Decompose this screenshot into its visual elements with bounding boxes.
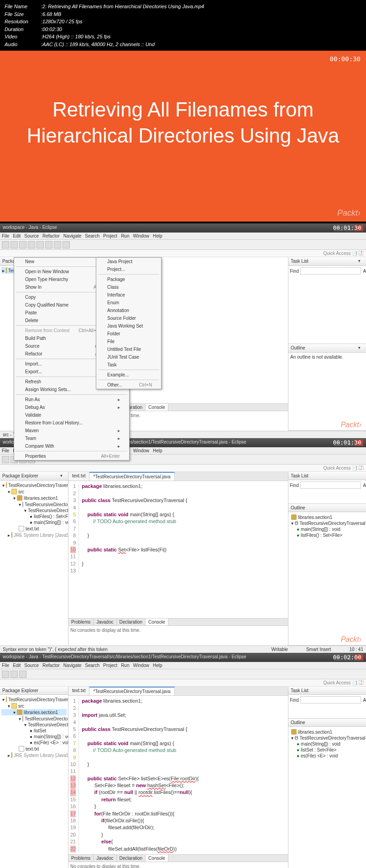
menu-item[interactable]: Annotation bbox=[96, 307, 161, 314]
tree-class[interactable]: ▾TestRecursiveDirectoryTraversal bbox=[1, 722, 67, 728]
console-tab[interactable]: Console bbox=[146, 619, 168, 625]
tree-package[interactable]: ▾libraries.section1 bbox=[1, 495, 67, 501]
menu-refactor[interactable]: Refactor bbox=[42, 663, 60, 668]
package-explorer-tab[interactable]: Package Explorer▾ bbox=[0, 472, 68, 481]
menu-item[interactable]: Folder bbox=[96, 330, 161, 338]
new-submenu[interactable]: Java ProjectProject...PackageClassInterf… bbox=[96, 257, 162, 389]
menu-file[interactable]: File bbox=[2, 448, 9, 453]
menu-item[interactable]: Java Project bbox=[96, 258, 161, 265]
tasklist-tab[interactable]: Task List▾ bbox=[288, 257, 366, 266]
quick-access-label[interactable]: Quick Access bbox=[323, 466, 350, 471]
editor-tab-java[interactable]: *TestRecursiveDirectoryTraversal.java bbox=[89, 687, 174, 695]
tree-java-file[interactable]: ▾TestRecursiveDirectoryTraversal.ja bbox=[1, 715, 67, 722]
tasklist-tab[interactable]: Task List bbox=[288, 687, 366, 695]
code-editor[interactable]: 12345678910111213141516171819202122 pack… bbox=[68, 696, 288, 854]
toolbar-icon[interactable] bbox=[45, 241, 52, 249]
window-titlebar[interactable]: workspace - Java - TestRecursiveDirector… bbox=[0, 653, 366, 662]
menu-item[interactable]: JUnit Test Case bbox=[96, 353, 161, 361]
tree-method[interactable]: ●listFiles() : Set<File> bbox=[1, 513, 67, 519]
toolbar-icon[interactable] bbox=[19, 671, 26, 678]
find-input[interactable] bbox=[300, 267, 361, 275]
console-tab[interactable]: Console bbox=[146, 404, 168, 411]
menu-item[interactable]: Compare With▸ bbox=[14, 442, 129, 450]
tree-java-file[interactable]: ▾TestRecursiveDirectoryTraversal.ja bbox=[1, 501, 67, 508]
tree-jre[interactable]: ▸JRE System Library [JavaSE-1.8] bbox=[1, 532, 67, 538]
problems-tab[interactable]: Problems bbox=[68, 619, 94, 625]
menu-search[interactable]: Search bbox=[85, 663, 99, 668]
toolbar-icon[interactable] bbox=[63, 241, 70, 249]
toolbar-icon[interactable] bbox=[10, 671, 18, 678]
menu-item[interactable]: Debug As▸ bbox=[14, 403, 129, 411]
outline-tab[interactable]: Outline bbox=[288, 504, 366, 512]
editor-tab-text[interactable]: text.txt bbox=[68, 472, 89, 481]
menu-item[interactable]: Task bbox=[96, 361, 161, 369]
menu-item[interactable]: Java Working Set bbox=[96, 322, 161, 330]
menu-run[interactable]: Run bbox=[121, 663, 129, 668]
console-tab[interactable]: Console bbox=[146, 855, 168, 862]
menu-item[interactable]: Run As▸ bbox=[14, 396, 129, 403]
editor-tab-text[interactable]: text.txt bbox=[68, 687, 89, 695]
menu-source[interactable]: Source bbox=[24, 233, 39, 238]
menu-item[interactable]: Interface bbox=[96, 291, 161, 299]
tree-src[interactable]: ▾src bbox=[1, 703, 67, 709]
menu-window[interactable]: Window bbox=[133, 448, 149, 453]
package-explorer-tab[interactable]: Package Explorer bbox=[0, 687, 68, 695]
outline-tab[interactable]: Outline▾ bbox=[288, 344, 366, 353]
tree-method[interactable]: ●main(String[]) : void bbox=[1, 734, 67, 740]
menu-item[interactable]: Untitled Text File bbox=[96, 345, 161, 353]
menu-refactor[interactable]: Refactor bbox=[42, 233, 60, 238]
menu-edit[interactable]: Edit bbox=[13, 233, 21, 238]
problems-tab[interactable]: Problems bbox=[68, 855, 94, 862]
toolbar-icon[interactable] bbox=[2, 456, 9, 463]
menu-source[interactable]: Source bbox=[24, 663, 39, 668]
toolbar-icon[interactable] bbox=[28, 241, 35, 249]
code-editor[interactable]: 12345678910111213 package libraries.sect… bbox=[68, 481, 288, 576]
menu-item[interactable]: Restore from Local History... bbox=[14, 419, 129, 427]
menu-item[interactable]: Example... bbox=[96, 371, 161, 379]
toolbar-icon[interactable] bbox=[10, 241, 18, 249]
tree-class[interactable]: ▾TestRecursiveDirectoryTraversal bbox=[1, 508, 67, 513]
outline-tab[interactable]: Outline bbox=[288, 719, 366, 727]
quick-access-label[interactable]: Quick Access bbox=[323, 680, 350, 685]
tree-jre[interactable]: ▸JRE System Library [JavaSE-1.8] bbox=[1, 752, 67, 758]
menu-help[interactable]: Help bbox=[153, 448, 162, 453]
toolbar-icon[interactable] bbox=[54, 241, 61, 249]
outline-class[interactable]: ▾ ΘTestRecursiveDirectoryTraversal bbox=[290, 520, 364, 526]
menu-help[interactable]: Help bbox=[153, 233, 162, 238]
outline-method[interactable]: ●main(String[]) : void bbox=[290, 526, 364, 532]
menu-item[interactable]: PropertiesAlt+Enter bbox=[14, 452, 129, 460]
menu-item[interactable]: Project... bbox=[96, 265, 161, 273]
declaration-tab[interactable]: Declaration bbox=[117, 619, 146, 625]
menu-window[interactable]: Window bbox=[133, 233, 149, 238]
menu-edit[interactable]: Edit bbox=[13, 663, 21, 668]
editor-tab-java[interactable]: *TestRecursiveDirectoryTraversal.java bbox=[89, 472, 174, 481]
menu-item[interactable]: Maven▸ bbox=[14, 427, 129, 434]
menu-item[interactable]: Enum bbox=[96, 299, 161, 307]
menu-navigate[interactable]: Navigate bbox=[63, 233, 81, 238]
menu-item[interactable]: Other...Ctrl+N bbox=[96, 381, 161, 389]
menu-navigate[interactable]: Navigate bbox=[63, 663, 81, 668]
outline-class[interactable]: ▾ ΘTestRecursiveDirectoryTraversal bbox=[290, 735, 364, 741]
javadoc-tab[interactable]: Javadoc bbox=[94, 855, 116, 862]
tree-project[interactable]: ▾TestRecursiveDirectoryTraversal bbox=[1, 696, 67, 703]
menu-project[interactable]: Project bbox=[103, 663, 117, 668]
menu-search[interactable]: Search bbox=[85, 233, 99, 238]
project-tree[interactable]: ▾TestRecursiveDirectoryTraversal ▾src ▾l… bbox=[0, 695, 68, 868]
outline-package[interactable]: libraries.section1 bbox=[290, 729, 364, 735]
declaration-tab[interactable]: Declaration bbox=[117, 855, 146, 862]
menu-file[interactable]: File bbox=[2, 663, 9, 668]
menu-help[interactable]: Help bbox=[153, 663, 162, 668]
menu-project[interactable]: Project bbox=[103, 233, 117, 238]
find-input[interactable] bbox=[300, 696, 361, 704]
toolbar-icon[interactable] bbox=[37, 241, 44, 249]
menu-item[interactable]: Source Folder bbox=[96, 314, 161, 322]
tree-project[interactable]: ▾TestRecursiveDirectoryTraversal bbox=[1, 482, 67, 488]
tree-src[interactable]: ▾src bbox=[1, 488, 67, 495]
tree-text-file[interactable]: text.txt bbox=[1, 746, 67, 752]
toolbar-icon[interactable] bbox=[19, 241, 26, 249]
tree-package[interactable]: ▾libraries.section1 bbox=[1, 709, 67, 715]
tasklist-tab[interactable]: Task List bbox=[288, 472, 366, 480]
outline-method[interactable]: ●listSet : Set<File> bbox=[290, 747, 364, 753]
outline-method[interactable]: ●main(String[]) : void bbox=[290, 741, 364, 747]
outline-method[interactable]: ●listFiles() : Set<File> bbox=[290, 532, 364, 538]
